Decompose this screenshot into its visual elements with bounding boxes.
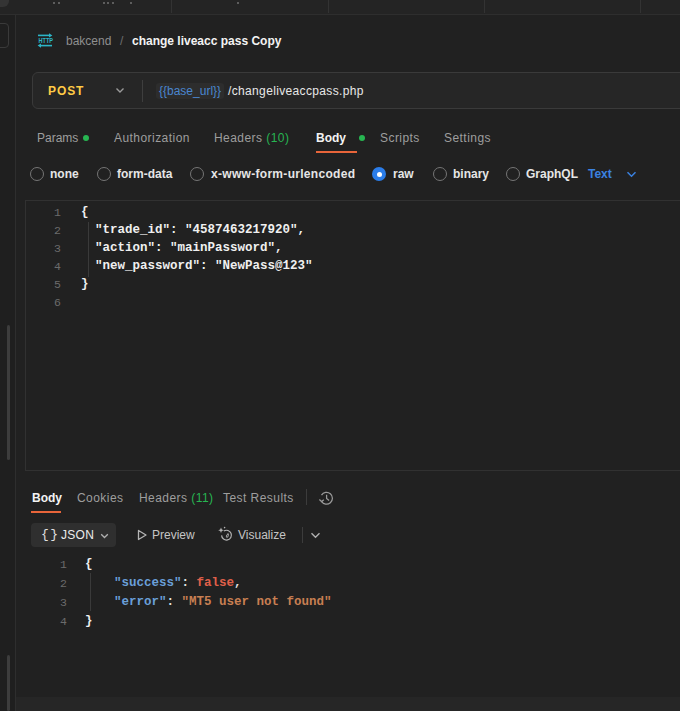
svg-text:HTTP: HTTP	[38, 37, 53, 45]
